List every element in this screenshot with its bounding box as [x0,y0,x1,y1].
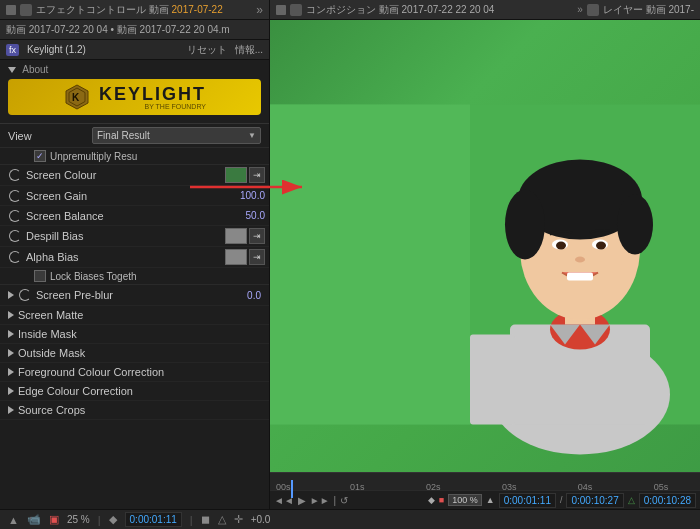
about-toggle[interactable]: About [8,64,261,75]
layer-title-text: レイヤー 動画 2017- [603,3,694,17]
screen-balance-reset-icon[interactable] [8,209,22,223]
right-expand-icon[interactable]: » [577,4,583,15]
video-area: 00s 01s 02s 03s 04s 05s ◄◄ ▶ ►► | [270,20,700,509]
bottom-bar: ▲ 📹 ▣ 25 % | ◆ 0:00:01:11 | ◼ △ ✛ +0.0 [0,509,700,529]
despill-bias-swatch[interactable] [225,228,247,244]
svg-rect-6 [270,105,470,425]
screen-colour-swatch[interactable] [225,167,247,183]
bottom-icon3[interactable]: ▣ [49,513,59,526]
despill-bias-row: Despill Bias ⇥ [0,226,269,247]
screen-balance-label: Screen Balance [26,210,242,222]
screen-colour-reset-icon[interactable] [8,168,22,182]
screen-preblur-row[interactable]: Screen Pre-blur 0.0 [0,285,269,306]
unpremultiply-row: Unpremultiply Resu [0,148,269,165]
remaining-display: △ [628,495,635,505]
timeline-area: 00s 01s 02s 03s 04s 05s ◄◄ ▶ ►► | [270,472,700,509]
zoom-label[interactable]: 25 % [67,514,90,525]
bottom-sep2: | [190,514,193,526]
marker-4s: 04s [578,482,593,492]
bottom-value: +0.0 [251,514,271,525]
right-close-button[interactable] [276,5,286,15]
timeline-icon1[interactable]: ◆ [428,495,435,505]
time-sep1: / [560,495,563,505]
panel-content: About K KEYLIGHT BY THE [0,60,269,509]
preblur-triangle-icon [8,291,14,299]
bottom-icon5[interactable]: ◼ [201,513,210,526]
alpha-bias-arrow-btn[interactable]: ⇥ [249,249,265,265]
screen-colour-arrow-btn[interactable]: ⇥ [249,167,265,183]
screen-preblur-value[interactable]: 0.0 [247,290,261,301]
view-row: View Final Result ▼ [0,124,269,148]
fg-colour-label: Foreground Colour Correction [18,366,164,378]
bottom-icon6[interactable]: △ [218,513,226,526]
source-crops-section[interactable]: Source Crops [0,401,269,420]
unpremultiply-checkbox[interactable] [34,150,46,162]
svg-point-18 [596,242,606,250]
screen-colour-row: Screen Colour ⇥ [0,165,269,186]
bottom-sep1: | [98,514,101,526]
keylight-label: Keylight (1.2) [27,44,86,55]
bottom-icon2[interactable]: 📹 [27,513,41,526]
view-dropdown[interactable]: Final Result ▼ [92,127,261,144]
source-crops-triangle-icon [8,406,14,414]
bottom-time-display[interactable]: 0:00:01:11 [125,512,182,527]
info-button[interactable]: 情報... [235,43,263,57]
keylight-logo: K KEYLIGHT BY THE FOUNDRY [8,79,261,115]
screen-balance-row: Screen Balance 50.0 [0,206,269,226]
marker-2s: 02s [426,482,441,492]
marker-3s: 03s [502,482,517,492]
expand-icon[interactable]: » [256,3,263,17]
lock-biases-checkbox[interactable] [34,270,46,282]
right-panel-icon [290,4,302,16]
alpha-bias-reset-icon[interactable] [8,250,22,264]
svg-point-19 [575,257,585,263]
screen-balance-value[interactable]: 50.0 [246,210,265,221]
timeline-play-btn[interactable]: ▶ [298,495,306,506]
screen-gain-value[interactable]: 100.0 [240,190,265,201]
svg-rect-21 [470,335,515,425]
remaining-time-display: 0:00:10:28 [639,493,696,508]
svg-point-17 [556,242,566,250]
about-section: About K KEYLIGHT BY THE [0,60,269,124]
outside-mask-label: Outside Mask [18,347,85,359]
bottom-icon7[interactable]: ✛ [234,513,243,526]
reset-button[interactable]: リセット [187,43,227,57]
bottom-icon4[interactable]: ◆ [109,513,117,526]
playhead[interactable] [291,480,293,498]
screen-colour-label: Screen Colour [26,169,221,181]
despill-bias-reset-icon[interactable] [8,229,22,243]
timeline-right-btn[interactable]: ►► [310,495,330,506]
right-title-bar: コンポジション 動画 2017-07-22 22 20 04 » レイヤー 動画… [270,0,700,20]
left-title-text: エフェクトコントロール 動画 2017-07-22 [36,3,223,17]
timeline-icon2[interactable]: ■ [439,495,444,505]
fg-colour-triangle-icon [8,368,14,376]
fx-header: fx Keylight (1.2) リセット 情報... [0,40,269,60]
inside-mask-section[interactable]: Inside Mask [0,325,269,344]
dropdown-arrow-icon: ▼ [248,131,256,140]
despill-bias-arrow-btn[interactable]: ⇥ [249,228,265,244]
outside-mask-triangle-icon [8,349,14,357]
keylight-hex-icon: K [63,83,91,111]
screen-matte-section[interactable]: Screen Matte [0,306,269,325]
timeline-loop-btn[interactable]: ↺ [340,495,348,506]
source-crops-label: Source Crops [18,404,85,416]
screen-matte-triangle-icon [8,311,14,319]
outside-mask-section[interactable]: Outside Mask [0,344,269,363]
fg-colour-section[interactable]: Foreground Colour Correction [0,363,269,382]
screen-preblur-reset-icon[interactable] [18,288,32,302]
lock-biases-row: Lock Biases Togeth [0,268,269,285]
close-button[interactable] [6,5,16,15]
current-time-display[interactable]: 0:00:01:11 [499,493,556,508]
svg-point-14 [617,195,653,255]
zoom-percent-display[interactable]: 100 % [448,494,482,506]
marker-1s: 01s [350,482,365,492]
edge-colour-label: Edge Colour Correction [18,385,133,397]
inside-mask-triangle-icon [8,330,14,338]
marker-0s: 00s [276,482,291,492]
edge-colour-section[interactable]: Edge Colour Correction [0,382,269,401]
panel-icon [20,4,32,16]
alpha-bias-swatch[interactable] [225,249,247,265]
left-title-bar: エフェクトコントロール 動画 2017-07-22 » [0,0,269,20]
screen-gain-reset-icon[interactable] [8,189,22,203]
bottom-icon1[interactable]: ▲ [8,514,19,526]
